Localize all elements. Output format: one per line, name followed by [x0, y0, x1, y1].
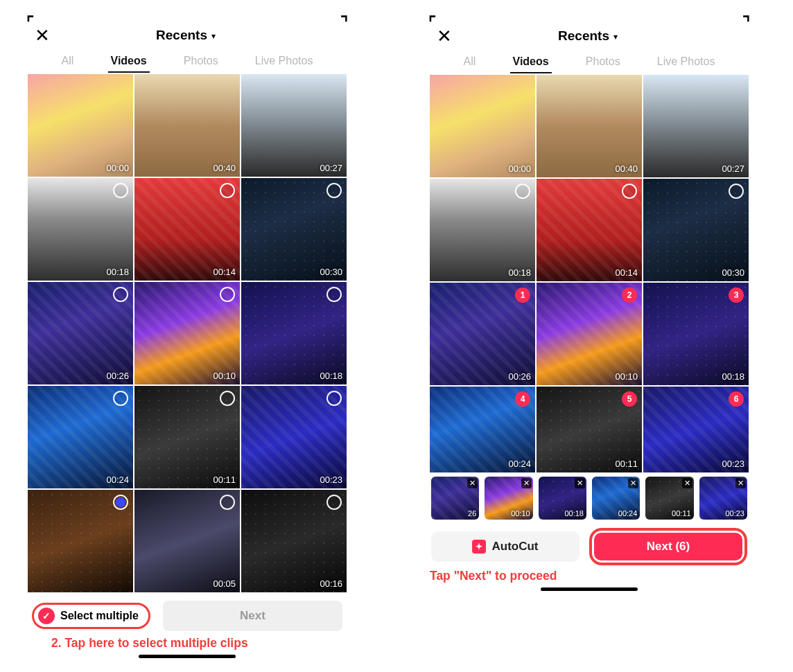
frame-corners: ⌜⌝: [430, 17, 749, 23]
video-thumb[interactable]: 00:24: [28, 386, 133, 488]
remove-icon[interactable]: ✕: [735, 478, 746, 488]
remove-icon[interactable]: ✕: [682, 478, 692, 488]
header: ✕ Recents ▾: [28, 22, 347, 51]
video-thumb[interactable]: 00:10: [134, 282, 240, 384]
selection-badge[interactable]: 3: [729, 288, 744, 303]
tab-videos[interactable]: Videos: [108, 53, 150, 73]
tab-photos[interactable]: Photos: [181, 53, 221, 73]
tab-live-photos[interactable]: Live Photos: [654, 53, 718, 73]
video-thumb[interactable]: 00:23: [241, 386, 347, 488]
next-button[interactable]: Next: [163, 601, 342, 631]
tab-all[interactable]: All: [59, 53, 77, 73]
autocut-label: AutoCut: [491, 540, 538, 554]
video-thumb[interactable]: 00:18: [430, 179, 535, 281]
video-thumb[interactable]: 200:10: [537, 283, 642, 385]
video-thumb[interactable]: 400:24: [430, 387, 535, 472]
chevron-down-icon: ▾: [613, 32, 618, 42]
select-circle-icon[interactable]: [729, 184, 744, 199]
selected-thumb[interactable]: ✕00:10: [485, 477, 532, 520]
media-type-tabs: All Videos Photos Live Photos: [28, 51, 347, 73]
screenshot-left: ⌜⌝ ✕ Recents ▾ All Videos Photos Live Ph…: [28, 17, 347, 658]
video-thumb[interactable]: 00:26: [28, 282, 133, 384]
select-circle-icon[interactable]: [515, 184, 530, 199]
check-icon: ✓: [38, 608, 55, 624]
video-thumb[interactable]: 00:00: [430, 75, 535, 177]
selection-badge[interactable]: 4: [515, 391, 530, 407]
video-thumb[interactable]: 00:40: [134, 74, 240, 177]
next-button[interactable]: Next (6): [594, 533, 742, 560]
select-multiple-button[interactable]: ✓ Select multiple: [32, 603, 150, 629]
video-thumb[interactable]: 500:11: [537, 387, 642, 472]
selection-badge[interactable]: 1: [515, 288, 530, 303]
video-thumb[interactable]: 00:11: [134, 386, 240, 488]
video-thumb[interactable]: 00:14: [537, 179, 642, 281]
header: ✕ Recents ▾: [430, 23, 749, 52]
autocut-button[interactable]: ✦ AutoCut: [431, 531, 580, 562]
video-grid: 00:00 00:40 00:27 00:18 00:14 00:30 00:2…: [28, 74, 347, 592]
video-thumb[interactable]: 00:14: [134, 178, 240, 281]
video-thumb[interactable]: 00:40: [537, 75, 642, 177]
selected-thumb[interactable]: ✕26: [431, 477, 479, 520]
remove-icon[interactable]: ✕: [575, 478, 585, 488]
select-multiple-label: Select multiple: [60, 610, 139, 622]
video-thumb[interactable]: 00:16: [241, 490, 347, 592]
video-thumb[interactable]: 00:05: [134, 490, 240, 592]
video-thumb[interactable]: 300:18: [643, 283, 749, 385]
selected-thumb[interactable]: ✕00:24: [592, 477, 640, 520]
bottom-bar: ✓ Select multiple Next: [28, 592, 347, 634]
home-indicator: [541, 587, 638, 591]
video-thumb[interactable]: 00:27: [643, 75, 749, 177]
video-thumb[interactable]: 00:18: [28, 178, 133, 281]
album-title: Recents: [558, 28, 609, 44]
selected-thumb[interactable]: ✕00:18: [539, 477, 586, 520]
remove-icon[interactable]: ✕: [628, 478, 638, 488]
remove-icon[interactable]: ✕: [467, 478, 478, 488]
autocut-icon: ✦: [472, 540, 486, 554]
video-thumb[interactable]: 00:18: [241, 282, 347, 384]
video-thumb[interactable]: 600:23: [643, 387, 749, 472]
annotation-caption: Tap "Next" to proceed: [430, 567, 749, 583]
selection-badge[interactable]: 5: [622, 391, 637, 407]
video-thumb[interactable]: 00:27: [241, 74, 347, 177]
close-icon[interactable]: ✕: [437, 27, 452, 45]
annotation-outline: Next (6): [589, 528, 747, 565]
album-dropdown[interactable]: Recents ▾: [50, 28, 322, 43]
album-dropdown[interactable]: Recents ▾: [452, 28, 724, 44]
chevron-down-icon: ▾: [211, 31, 216, 41]
selection-badge[interactable]: 6: [729, 391, 744, 407]
media-type-tabs: All Videos Photos Live Photos: [430, 52, 749, 73]
tab-all[interactable]: All: [461, 53, 479, 73]
selected-thumb[interactable]: ✕00:23: [699, 477, 747, 520]
video-thumb[interactable]: 00:30: [241, 178, 347, 281]
album-title: Recents: [156, 28, 207, 43]
home-indicator: [139, 655, 236, 658]
selected-thumb[interactable]: ✕00:11: [645, 477, 693, 520]
close-icon[interactable]: ✕: [35, 26, 50, 44]
video-thumb[interactable]: 00:30: [643, 179, 749, 281]
selected-clips-strip: ✕26 ✕00:10 ✕00:18 ✕00:24 ✕00:11 ✕00:23: [430, 472, 749, 522]
frame-corners: ⌜⌝: [28, 17, 347, 22]
tab-live-photos[interactable]: Live Photos: [252, 53, 316, 73]
bottom-bar: ✦ AutoCut Next (6): [430, 522, 749, 567]
video-grid: 00:00 00:40 00:27 00:18 00:14 00:30 100:…: [430, 75, 749, 472]
selection-badge[interactable]: 2: [622, 288, 637, 303]
video-thumb[interactable]: 100:26: [430, 283, 535, 385]
tab-videos[interactable]: Videos: [510, 53, 552, 73]
screenshot-right: ⌜⌝ ✕ Recents ▾ All Videos Photos Live Ph…: [430, 17, 749, 658]
select-circle-icon[interactable]: [622, 184, 637, 199]
video-thumb[interactable]: 00:00: [28, 74, 133, 177]
annotation-caption: 2. Tap here to select multiple clips: [28, 634, 347, 651]
remove-icon[interactable]: ✕: [521, 478, 532, 488]
tab-photos[interactable]: Photos: [583, 53, 623, 73]
video-thumb[interactable]: [28, 490, 133, 592]
